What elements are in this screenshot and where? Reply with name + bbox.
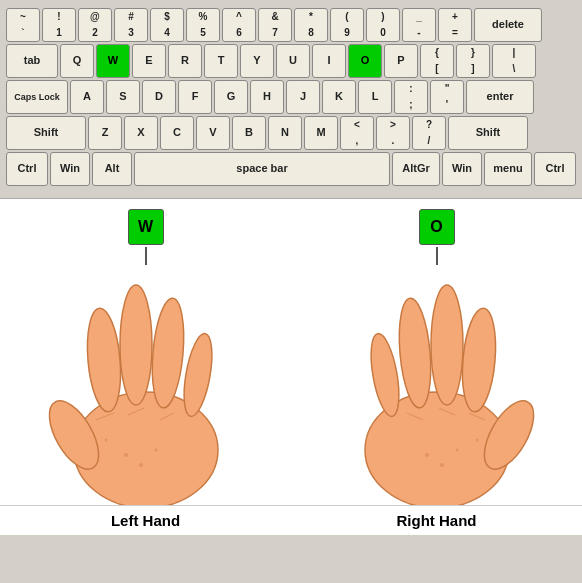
key-row-0: ~`!1@2#3$4%5^6&7*8(9)0_-+=delete (6, 8, 576, 42)
key-3-1[interactable]: Z (88, 116, 122, 150)
key-3-2[interactable]: X (124, 116, 158, 150)
right-hand-label: Right Hand (291, 505, 582, 535)
key-4-0[interactable]: Ctrl (6, 152, 48, 186)
key-2-2[interactable]: S (106, 80, 140, 114)
key-3-7[interactable]: M (304, 116, 338, 150)
key-3-0[interactable]: Shift (6, 116, 86, 150)
right-key-indicator: O (419, 209, 455, 245)
hands-area: W (0, 199, 582, 505)
key-2-0[interactable]: Caps Lock (6, 80, 68, 114)
svg-point-24 (455, 449, 458, 452)
right-hand-svg (337, 265, 537, 505)
key-1-7[interactable]: U (276, 44, 310, 78)
key-0-13[interactable]: delete (474, 8, 542, 42)
key-0-9[interactable]: (9 (330, 8, 364, 42)
svg-point-10 (139, 463, 143, 467)
left-hand-svg (46, 265, 246, 505)
key-1-8[interactable]: I (312, 44, 346, 78)
key-3-8[interactable]: <, (340, 116, 374, 150)
key-1-11[interactable]: {[ (420, 44, 454, 78)
key-0-10[interactable]: )0 (366, 8, 400, 42)
svg-point-25 (475, 439, 478, 442)
key-0-8[interactable]: *8 (294, 8, 328, 42)
key-2-3[interactable]: D (142, 80, 176, 114)
svg-point-5 (178, 332, 216, 419)
key-1-4[interactable]: R (168, 44, 202, 78)
key-2-4[interactable]: F (178, 80, 212, 114)
key-3-11[interactable]: Shift (448, 116, 528, 150)
key-1-10[interactable]: P (384, 44, 418, 78)
key-4-1[interactable]: Win (50, 152, 90, 186)
key-1-3[interactable]: E (132, 44, 166, 78)
left-hand-label: Left Hand (0, 505, 291, 535)
svg-point-16 (395, 297, 434, 409)
key-row-4: CtrlWinAltspace barAltGrWinmenuCtrl (6, 152, 576, 186)
key-0-6[interactable]: ^6 (222, 8, 256, 42)
key-1-13[interactable]: |\ (492, 44, 536, 78)
svg-point-3 (120, 285, 152, 405)
key-1-1[interactable]: Q (60, 44, 94, 78)
svg-point-9 (124, 453, 128, 457)
key-2-5[interactable]: G (214, 80, 248, 114)
bottom-labels: Left Hand Right Hand (0, 505, 582, 535)
key-3-9[interactable]: >. (376, 116, 410, 150)
key-4-4[interactable]: AltGr (392, 152, 440, 186)
key-4-2[interactable]: Alt (92, 152, 132, 186)
key-4-6[interactable]: menu (484, 152, 532, 186)
key-2-6[interactable]: H (250, 80, 284, 114)
key-2-9[interactable]: L (358, 80, 392, 114)
key-1-6[interactable]: Y (240, 44, 274, 78)
left-connector (145, 247, 147, 265)
key-1-5[interactable]: T (204, 44, 238, 78)
key-0-11[interactable]: _- (402, 8, 436, 42)
key-0-2[interactable]: @2 (78, 8, 112, 42)
key-2-1[interactable]: A (70, 80, 104, 114)
svg-point-12 (104, 439, 107, 442)
key-row-3: ShiftZXCVBNM<,>.?/Shift (6, 116, 576, 150)
svg-point-15 (365, 332, 403, 419)
keyboard: ~`!1@2#3$4%5^6&7*8(9)0_-+=deletetabQWERT… (0, 0, 582, 199)
left-key-indicator: W (128, 209, 164, 245)
svg-point-18 (458, 307, 499, 413)
svg-point-22 (425, 453, 429, 457)
key-0-12[interactable]: += (438, 8, 472, 42)
svg-point-11 (154, 449, 157, 452)
key-1-12[interactable]: }] (456, 44, 490, 78)
key-0-3[interactable]: #3 (114, 8, 148, 42)
key-0-5[interactable]: %5 (186, 8, 220, 42)
key-4-5[interactable]: Win (442, 152, 482, 186)
svg-point-17 (431, 285, 463, 405)
left-hand-container: W (0, 209, 291, 505)
key-2-12[interactable]: enter (466, 80, 534, 114)
key-2-10[interactable]: :; (394, 80, 428, 114)
key-0-1[interactable]: !1 (42, 8, 76, 42)
left-hand-image (0, 265, 291, 505)
key-1-0[interactable]: tab (6, 44, 58, 78)
key-2-11[interactable]: "' (430, 80, 464, 114)
right-hand-container: O (291, 209, 582, 505)
right-connector (436, 247, 438, 265)
key-3-6[interactable]: N (268, 116, 302, 150)
key-row-1: tabQWERTYUIOP{[}]|\ (6, 44, 576, 78)
key-3-4[interactable]: V (196, 116, 230, 150)
key-0-4[interactable]: $4 (150, 8, 184, 42)
right-hand-image (291, 265, 582, 505)
key-3-3[interactable]: C (160, 116, 194, 150)
key-2-7[interactable]: J (286, 80, 320, 114)
svg-point-4 (148, 297, 187, 409)
key-1-2[interactable]: W (96, 44, 130, 78)
key-4-7[interactable]: Ctrl (534, 152, 576, 186)
key-0-7[interactable]: &7 (258, 8, 292, 42)
svg-point-23 (440, 463, 444, 467)
key-4-3[interactable]: space bar (134, 152, 390, 186)
key-3-5[interactable]: B (232, 116, 266, 150)
key-2-8[interactable]: K (322, 80, 356, 114)
key-3-10[interactable]: ?/ (412, 116, 446, 150)
key-row-2: Caps LockASDFGHJKL:;"'enter (6, 80, 576, 114)
key-1-9[interactable]: O (348, 44, 382, 78)
key-0-0[interactable]: ~` (6, 8, 40, 42)
svg-point-2 (83, 307, 124, 413)
